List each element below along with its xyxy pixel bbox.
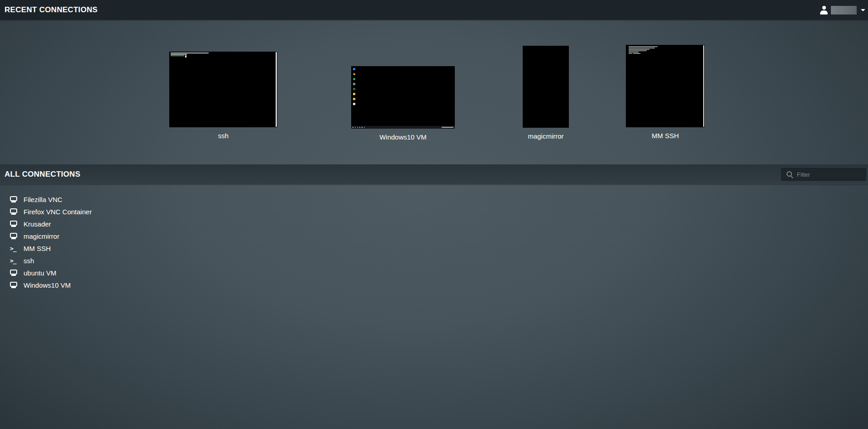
connection-list-item[interactable]: MM SSH [0,242,868,255]
connection-thumbnail[interactable] [351,66,455,129]
filter-input[interactable] [781,168,866,181]
connection-label: Krusader [24,220,51,228]
recent-connection-magicmirror[interactable]: magicmirror [523,46,569,140]
user-menu[interactable] [820,0,865,20]
recent-connection-label: magicmirror [523,132,569,140]
recent-connections-section: ssh Windows10 VM [0,20,868,163]
monitor-icon [10,270,17,275]
recent-connection-mm-ssh[interactable]: MM SSH [626,45,705,140]
connection-list-item[interactable]: ssh [0,255,868,267]
terminal-icon [10,257,16,264]
connection-label: Windows10 VM [24,281,71,289]
monitor-icon [10,233,17,238]
monitor-icon [10,282,17,287]
terminal-text-art [629,46,658,54]
taskbar-art [351,126,455,129]
connection-label: Firefox VNC Container [24,208,92,216]
recent-connection-windows10-vm[interactable]: Windows10 VM [351,66,455,141]
terminal-icon [10,245,16,252]
recent-connection-label: ssh [169,132,277,140]
connection-list-item[interactable]: Firefox VNC Container [0,206,868,218]
top-bar: RECENT CONNECTIONS [0,0,868,20]
recent-connection-label: MM SSH [626,132,705,140]
connection-thumbnail[interactable] [626,45,705,127]
search-icon [787,171,792,177]
caret-down-icon [861,9,865,11]
monitor-icon [10,221,17,226]
desktop-icons-art [353,68,355,105]
connection-list-item[interactable]: Krusader [0,218,868,230]
username-redacted [831,6,857,14]
all-connections-bar: ALL CONNECTIONS [0,164,868,184]
connection-list-item[interactable]: Windows10 VM [0,279,868,291]
monitor-icon [10,208,17,213]
recent-connections-title: RECENT CONNECTIONS [5,5,98,14]
connections-list: Filezilla VNC Firefox VNC Container Krus… [0,184,868,291]
connection-list-item[interactable]: magicmirror [0,230,868,242]
connection-thumbnail[interactable] [523,46,569,128]
connection-label: MM SSH [24,245,51,252]
recent-connection-label: Windows10 VM [351,133,455,141]
thumbnail-scrollbar [703,45,704,127]
connection-label: ubuntu VM [24,269,57,277]
all-connections-title: ALL CONNECTIONS [5,170,81,179]
recent-connection-ssh[interactable]: ssh [169,52,277,140]
filter-box [781,168,866,181]
connection-label: ssh [24,257,34,265]
thumbnail-scrollbar [276,52,277,127]
connection-thumbnail[interactable] [169,52,277,127]
connection-label: Filezilla VNC [24,196,62,203]
terminal-text-art [171,53,209,58]
monitor-icon [10,196,17,201]
connection-list-item[interactable]: Filezilla VNC [0,193,868,206]
connection-label: magicmirror [24,232,59,240]
connection-list-item[interactable]: ubuntu VM [0,267,868,279]
user-icon [820,6,828,14]
